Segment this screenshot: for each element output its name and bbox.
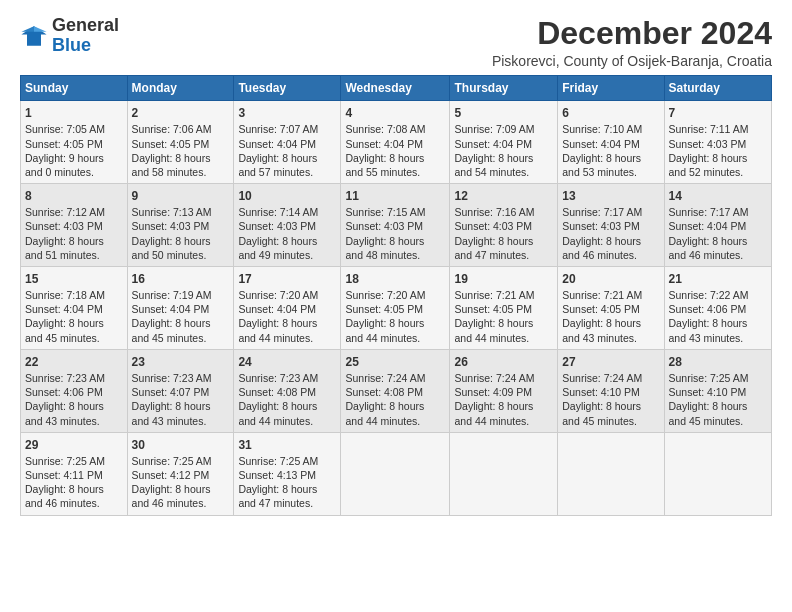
day-info: Sunrise: 7:23 AM <box>132 371 230 385</box>
day-info: Sunset: 4:03 PM <box>562 219 659 233</box>
day-info: Sunrise: 7:23 AM <box>25 371 123 385</box>
day-info: Sunset: 4:05 PM <box>345 302 445 316</box>
day-info: and 57 minutes. <box>238 165 336 179</box>
day-info: Sunrise: 7:18 AM <box>25 288 123 302</box>
day-info: Sunset: 4:03 PM <box>25 219 123 233</box>
logo-text: General Blue <box>52 16 119 56</box>
day-info: Sunset: 4:09 PM <box>454 385 553 399</box>
day-info: Sunset: 4:06 PM <box>669 302 767 316</box>
page-container: General Blue December 2024 Piskorevci, C… <box>0 0 792 526</box>
day-info: and 58 minutes. <box>132 165 230 179</box>
calendar-cell <box>558 432 664 515</box>
day-number: 12 <box>454 188 553 204</box>
day-info: Sunrise: 7:21 AM <box>454 288 553 302</box>
calendar-cell: 27Sunrise: 7:24 AMSunset: 4:10 PMDayligh… <box>558 349 664 432</box>
col-header-sunday: Sunday <box>21 76 128 101</box>
day-info: and 47 minutes. <box>238 496 336 510</box>
day-info: and 45 minutes. <box>562 414 659 428</box>
day-number: 3 <box>238 105 336 121</box>
calendar-cell: 19Sunrise: 7:21 AMSunset: 4:05 PMDayligh… <box>450 266 558 349</box>
day-info: Sunrise: 7:10 AM <box>562 122 659 136</box>
day-number: 23 <box>132 354 230 370</box>
day-info: and 46 minutes. <box>562 248 659 262</box>
day-info: Daylight: 8 hours <box>454 399 553 413</box>
calendar-cell: 22Sunrise: 7:23 AMSunset: 4:06 PMDayligh… <box>21 349 128 432</box>
calendar-cell: 4Sunrise: 7:08 AMSunset: 4:04 PMDaylight… <box>341 101 450 184</box>
day-info: and 44 minutes. <box>238 414 336 428</box>
day-info: and 44 minutes. <box>454 414 553 428</box>
day-info: and 46 minutes. <box>132 496 230 510</box>
calendar-cell: 24Sunrise: 7:23 AMSunset: 4:08 PMDayligh… <box>234 349 341 432</box>
day-number: 1 <box>25 105 123 121</box>
day-number: 29 <box>25 437 123 453</box>
day-info: Sunrise: 7:16 AM <box>454 205 553 219</box>
day-info: Sunrise: 7:17 AM <box>669 205 767 219</box>
day-info: and 44 minutes. <box>238 331 336 345</box>
day-info: and 44 minutes. <box>454 331 553 345</box>
title-block: December 2024 Piskorevci, County of Osij… <box>492 16 772 69</box>
day-number: 26 <box>454 354 553 370</box>
day-info: Daylight: 8 hours <box>345 399 445 413</box>
week-row-2: 8Sunrise: 7:12 AMSunset: 4:03 PMDaylight… <box>21 184 772 267</box>
month-title: December 2024 <box>492 16 772 51</box>
day-number: 27 <box>562 354 659 370</box>
day-info: Daylight: 8 hours <box>238 399 336 413</box>
day-number: 30 <box>132 437 230 453</box>
calendar-cell <box>341 432 450 515</box>
calendar-cell: 28Sunrise: 7:25 AMSunset: 4:10 PMDayligh… <box>664 349 771 432</box>
day-number: 11 <box>345 188 445 204</box>
calendar-cell: 15Sunrise: 7:18 AMSunset: 4:04 PMDayligh… <box>21 266 128 349</box>
day-info: Sunset: 4:05 PM <box>132 137 230 151</box>
day-info: Sunset: 4:12 PM <box>132 468 230 482</box>
day-number: 20 <box>562 271 659 287</box>
day-info: Sunset: 4:04 PM <box>454 137 553 151</box>
day-info: Daylight: 8 hours <box>132 151 230 165</box>
day-info: and 45 minutes. <box>669 414 767 428</box>
day-info: Sunset: 4:04 PM <box>562 137 659 151</box>
day-info: Sunrise: 7:05 AM <box>25 122 123 136</box>
day-info: Daylight: 8 hours <box>454 151 553 165</box>
calendar-cell: 17Sunrise: 7:20 AMSunset: 4:04 PMDayligh… <box>234 266 341 349</box>
day-info: Sunset: 4:04 PM <box>238 302 336 316</box>
day-info: Daylight: 8 hours <box>454 234 553 248</box>
day-number: 14 <box>669 188 767 204</box>
day-info: Sunset: 4:05 PM <box>454 302 553 316</box>
day-info: and 54 minutes. <box>454 165 553 179</box>
day-info: and 50 minutes. <box>132 248 230 262</box>
day-info: and 43 minutes. <box>562 331 659 345</box>
calendar-cell: 23Sunrise: 7:23 AMSunset: 4:07 PMDayligh… <box>127 349 234 432</box>
calendar-cell: 31Sunrise: 7:25 AMSunset: 4:13 PMDayligh… <box>234 432 341 515</box>
col-header-tuesday: Tuesday <box>234 76 341 101</box>
day-info: Daylight: 8 hours <box>25 399 123 413</box>
day-info: Sunrise: 7:09 AM <box>454 122 553 136</box>
calendar-cell: 18Sunrise: 7:20 AMSunset: 4:05 PMDayligh… <box>341 266 450 349</box>
day-info: Sunset: 4:11 PM <box>25 468 123 482</box>
day-info: Sunset: 4:04 PM <box>345 137 445 151</box>
day-number: 28 <box>669 354 767 370</box>
day-info: Daylight: 8 hours <box>345 316 445 330</box>
calendar-cell: 21Sunrise: 7:22 AMSunset: 4:06 PMDayligh… <box>664 266 771 349</box>
col-header-friday: Friday <box>558 76 664 101</box>
day-info: Sunrise: 7:25 AM <box>25 454 123 468</box>
logo-general: General <box>52 16 119 36</box>
day-info: Daylight: 8 hours <box>132 234 230 248</box>
subtitle: Piskorevci, County of Osijek-Baranja, Cr… <box>492 53 772 69</box>
day-info: Sunrise: 7:20 AM <box>238 288 336 302</box>
day-info: Sunset: 4:03 PM <box>454 219 553 233</box>
day-info: and 45 minutes. <box>25 331 123 345</box>
day-info: Sunset: 4:03 PM <box>238 219 336 233</box>
day-info: Daylight: 8 hours <box>345 151 445 165</box>
day-info: Sunrise: 7:13 AM <box>132 205 230 219</box>
day-info: and 44 minutes. <box>345 331 445 345</box>
calendar-cell: 7Sunrise: 7:11 AMSunset: 4:03 PMDaylight… <box>664 101 771 184</box>
calendar-table: SundayMondayTuesdayWednesdayThursdayFrid… <box>20 75 772 515</box>
day-info: Sunrise: 7:24 AM <box>454 371 553 385</box>
day-number: 22 <box>25 354 123 370</box>
day-info: Sunset: 4:05 PM <box>25 137 123 151</box>
day-info: Sunrise: 7:07 AM <box>238 122 336 136</box>
day-info: Daylight: 8 hours <box>669 399 767 413</box>
calendar-cell <box>450 432 558 515</box>
day-info: Daylight: 8 hours <box>345 234 445 248</box>
col-header-saturday: Saturday <box>664 76 771 101</box>
day-info: Daylight: 8 hours <box>669 316 767 330</box>
